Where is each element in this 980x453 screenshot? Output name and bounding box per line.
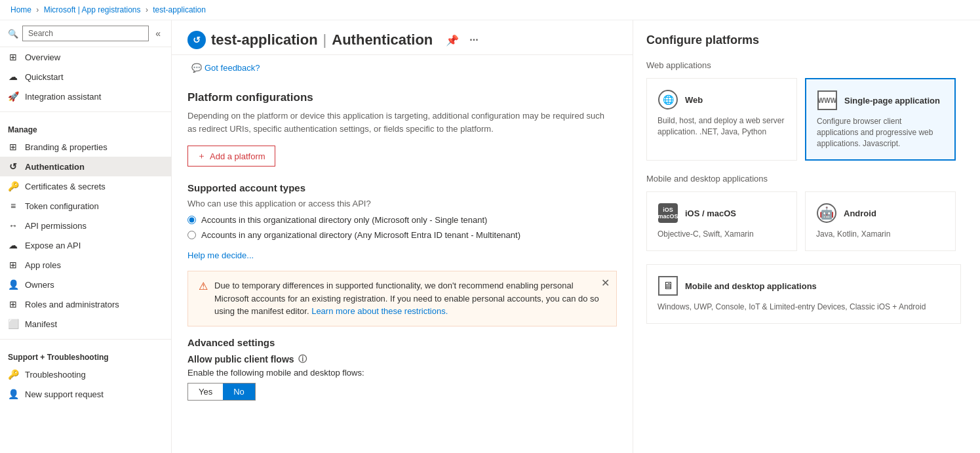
sidebar-item-app-roles[interactable]: ⊞ App roles [0,255,171,275]
web-platform-cards: 🌐 Web Build, host, and deploy a web serv… [646,78,967,161]
sidebar-item-label: Quickstart [25,72,64,82]
desktop-card-icon: 🖥 [657,275,678,296]
sidebar-item-label: Integration assistant [25,92,101,102]
radio-multitenant[interactable]: Accounts in any organizational directory… [187,230,617,240]
warning-banner: ⚠ Due to temporary differences in suppor… [187,271,617,326]
certificates-icon: 🔑 [8,181,18,191]
sidebar-item-label: Manifest [25,319,57,329]
manage-section-label: Manage [0,117,171,137]
main-content: ↺ test-application | Authentication 📌 ··… [172,20,633,453]
sidebar-item-label: Troubleshooting [25,370,86,380]
web-card-name: Web [685,95,703,105]
sidebar-item-authentication[interactable]: ↺ Authentication [0,157,171,176]
roles-icon: ⊞ [8,299,18,309]
sidebar-item-troubleshooting[interactable]: 🔑 Troubleshooting [0,364,171,384]
sidebar-item-quickstart[interactable]: ☁ Quickstart [0,67,171,87]
new-support-icon: 👤 [8,389,18,399]
sidebar-item-branding[interactable]: ⊞ Branding & properties [0,137,171,157]
pin-icon[interactable]: 📌 [443,33,461,48]
toggle-no-button[interactable]: No [223,384,255,400]
help-decide-link[interactable]: Help me decide... [187,250,254,260]
android-card-name: Android [844,208,876,218]
support-section-label: Support + Troubleshooting [0,345,171,364]
sidebar-item-roles-admins[interactable]: ⊞ Roles and administrators [0,294,171,314]
android-card-desc: Java, Kotlin, Xamarin [816,229,945,240]
sidebar-item-label: Expose an API [25,241,81,250]
feedback-label: Got feedback? [205,63,260,73]
sidebar-item-token-config[interactable]: ≡ Token configuration [0,196,171,216]
warning-icon: ⚠ [199,280,208,292]
troubleshooting-icon: 🔑 [8,369,18,380]
warning-link[interactable]: Learn more about these restrictions. [311,306,448,316]
web-card-desc: Build, host, and deploy a web server app… [657,115,786,138]
account-type-radio-group: Accounts in this organizational director… [187,215,617,240]
sidebar-item-certificates[interactable]: 🔑 Certificates & secrets [0,176,171,196]
sidebar-item-expose-api[interactable]: ☁ Expose an API [0,235,171,255]
sidebar-item-api-permissions[interactable]: ↔ API permissions [0,216,171,235]
web-apps-label: Web applications [646,60,967,70]
sidebar-item-new-support[interactable]: 👤 New support request [0,384,171,404]
sidebar-item-label: Branding & properties [25,142,108,152]
sidebar-item-integration[interactable]: 🚀 Integration assistant [0,87,171,106]
spa-card-name: Single-page application [844,96,940,106]
sidebar-item-label: API permissions [25,221,87,231]
sidebar-item-label: Certificates & secrets [25,182,106,191]
ios-platform-card[interactable]: iOSmacOS iOS / macOS Objective-C, Swift,… [646,191,797,251]
page-title-container: ↺ test-application | Authentication 📌 ··… [187,31,617,49]
search-icon: 🔍 [8,29,18,39]
sidebar-item-manifest[interactable]: ⬜ Manifest [0,314,171,334]
more-options-icon[interactable]: ··· [467,33,480,47]
web-card-icon: 🌐 [657,89,678,110]
breadcrumb: Home › Microsoft | App registrations › t… [0,0,980,20]
collapse-button[interactable]: « [153,27,163,40]
sidebar-item-owners[interactable]: 👤 Owners [0,275,171,294]
mobile-desktop-platform-card[interactable]: 🖥 Mobile and desktop applications Window… [646,264,961,324]
desktop-card-desc: Windows, UWP, Console, IoT & Limited-ent… [657,302,950,313]
integration-icon: 🚀 [8,91,18,102]
radio-multitenant-input[interactable] [187,231,196,239]
desktop-card-name: Mobile and desktop applications [685,281,817,291]
warning-text: Due to temporary differences in supporte… [214,279,606,318]
spa-card-desc: Configure browser client applications an… [817,116,944,149]
sidebar-item-label: Roles and administrators [25,300,119,309]
android-card-icon: 🤖 [816,203,837,224]
radio-single-tenant-label: Accounts in this organizational director… [201,215,487,225]
toggle-group: Yes No [187,383,256,401]
toggle-yes-button[interactable]: Yes [188,384,223,400]
sidebar-item-overview[interactable]: ⊞ Overview [0,47,171,67]
add-platform-button[interactable]: ＋ Add a platform [187,146,275,167]
ios-card-desc: Objective-C, Swift, Xamarin [657,229,786,240]
android-platform-card[interactable]: 🤖 Android Java, Kotlin, Xamarin [805,191,956,251]
manifest-icon: ⬜ [8,319,18,329]
info-icon[interactable]: ⓘ [298,353,307,365]
mobile-desktop-label: Mobile and desktop applications [646,174,967,184]
spa-platform-card[interactable]: WWW Single-page application Configure br… [805,78,956,161]
api-icon: ↔ [8,220,18,231]
breadcrumb-app[interactable]: test-application [153,5,206,14]
ios-card-icon: iOSmacOS [657,203,678,224]
sidebar-item-label: Authentication [25,162,85,172]
branding-icon: ⊞ [8,142,18,152]
breadcrumb-microsoft[interactable]: Microsoft | App registrations [44,5,141,14]
radio-single-tenant[interactable]: Accounts in this organizational director… [187,215,617,225]
breadcrumb-home[interactable]: Home [10,5,31,14]
add-icon: ＋ [197,150,206,162]
page-header: ↺ test-application | Authentication 📌 ··… [172,20,633,55]
owners-icon: 👤 [8,279,18,290]
feedback-button[interactable]: 💬 Got feedback? [187,60,264,75]
sidebar-item-label: Overview [25,52,60,62]
radio-single-tenant-input[interactable] [187,216,196,224]
panel-title: Configure platforms [646,33,967,47]
page-title-text: Authentication [332,31,433,49]
search-input[interactable] [22,26,149,41]
app-icon: ↺ [187,31,206,49]
warning-close-button[interactable]: ✕ [601,277,610,289]
toolbar: 💬 Got feedback? [172,55,633,81]
app-name-text: test-application [211,31,318,49]
content-area: Platform configurations Depending on the… [172,81,633,411]
sidebar: 🔍 « ⊞ Overview ☁ Quickstart 🚀 Integratio… [0,20,172,453]
web-platform-card[interactable]: 🌐 Web Build, host, and deploy a web serv… [646,78,797,161]
sidebar-item-label: Owners [25,280,54,290]
overview-icon: ⊞ [8,52,18,62]
app-roles-icon: ⊞ [8,260,18,270]
